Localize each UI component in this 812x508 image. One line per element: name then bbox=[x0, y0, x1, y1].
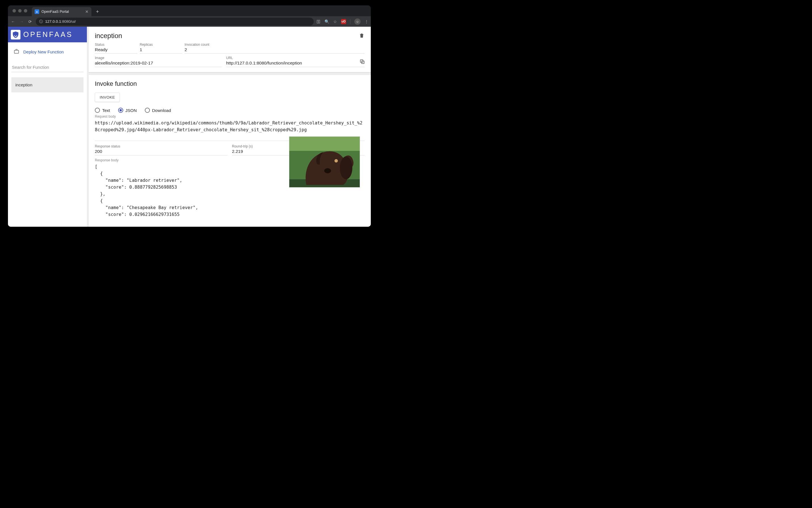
forward-button[interactable]: → bbox=[19, 19, 25, 24]
bookmark-star-icon[interactable]: ☆ bbox=[333, 19, 337, 24]
maximize-window-icon[interactable] bbox=[24, 9, 27, 12]
url-label: URL bbox=[226, 56, 365, 60]
image-label: Image bbox=[95, 56, 222, 60]
site-info-icon[interactable]: ⓘ bbox=[39, 19, 43, 24]
invoke-card: Invoke function INVOKE Text JSON bbox=[89, 75, 371, 227]
image-value: alexellis/inception:2019-02-17 bbox=[95, 60, 222, 66]
format-radio-group: Text JSON Download bbox=[95, 108, 365, 113]
kebab-menu-icon[interactable]: ⋮ bbox=[365, 19, 369, 24]
address-bar[interactable]: ⓘ 127.0.0.1:8080/ui/ bbox=[36, 17, 314, 26]
browser-tab[interactable]: ⎈ OpenFaaS Portal ✕ bbox=[32, 7, 91, 16]
search-input[interactable] bbox=[11, 62, 84, 72]
new-tab-button[interactable]: + bbox=[94, 9, 101, 15]
profile-avatar[interactable]: ☺ bbox=[354, 18, 361, 25]
radio-json-label: JSON bbox=[126, 108, 137, 113]
url-value: http://127.0.0.1:8080/function/inception bbox=[226, 60, 365, 66]
password-key-icon[interactable]: ⚿ bbox=[317, 19, 321, 24]
back-button[interactable]: ← bbox=[10, 19, 16, 24]
zoom-icon[interactable]: 🔍 bbox=[325, 19, 329, 24]
invoke-button[interactable]: INVOKE bbox=[95, 93, 120, 102]
function-list: inception bbox=[8, 75, 87, 95]
browser-window: ⎈ OpenFaaS Portal ✕ + ← → ⟳ ⓘ 127.0.0.1:… bbox=[8, 5, 371, 227]
copy-url-button[interactable] bbox=[360, 59, 365, 65]
status-label: Status bbox=[95, 43, 137, 47]
request-body-label: Request body bbox=[95, 115, 365, 119]
svg-rect-0 bbox=[14, 50, 19, 53]
function-details-card: inception Status Ready Replicas 1 bbox=[89, 27, 371, 72]
response-image-preview bbox=[289, 136, 360, 187]
extension-ublock-icon[interactable]: uO bbox=[341, 19, 346, 24]
svg-point-6 bbox=[340, 157, 352, 179]
radio-icon bbox=[118, 108, 123, 113]
response-status-value: 200 bbox=[95, 148, 227, 154]
main-content: inception Status Ready Replicas 1 bbox=[87, 27, 371, 227]
url-text: 127.0.0.1:8080/ui/ bbox=[45, 19, 76, 24]
function-item-inception[interactable]: inception bbox=[11, 77, 84, 92]
status-value: Ready bbox=[95, 47, 137, 52]
reload-button[interactable]: ⟳ bbox=[27, 19, 33, 24]
invocations-value: 2 bbox=[185, 47, 365, 52]
tab-title: OpenFaaS Portal bbox=[41, 10, 83, 14]
deploy-new-function-button[interactable]: Deploy New Function bbox=[8, 42, 87, 61]
close-window-icon[interactable] bbox=[12, 9, 16, 12]
tab-strip: ⎈ OpenFaaS Portal ✕ + bbox=[8, 5, 371, 16]
svg-point-7 bbox=[334, 159, 338, 163]
replicas-label: Replicas bbox=[140, 43, 182, 47]
toolbar-right: ⚿ 🔍 ☆ uO ☺ ⋮ bbox=[317, 18, 369, 25]
invoke-heading: Invoke function bbox=[95, 80, 365, 87]
radio-download-label: Download bbox=[152, 108, 171, 113]
invoke-button-label: INVOKE bbox=[100, 95, 115, 99]
invocations-label: Invocation count bbox=[185, 43, 365, 47]
openfaas-logo-icon bbox=[11, 30, 20, 40]
svg-rect-3 bbox=[289, 137, 360, 151]
favicon-icon: ⎈ bbox=[35, 9, 39, 14]
minimize-window-icon[interactable] bbox=[18, 9, 21, 12]
sidebar: OPENFAAS Deploy New Function inception bbox=[8, 27, 87, 227]
radio-download[interactable]: Download bbox=[145, 108, 171, 113]
app-viewport: OPENFAAS Deploy New Function inception bbox=[8, 27, 371, 227]
url-path: :8080/ui/ bbox=[61, 19, 76, 24]
separator bbox=[350, 19, 350, 24]
response-status-label: Response status bbox=[95, 144, 227, 148]
briefcase-icon bbox=[14, 49, 19, 55]
radio-json[interactable]: JSON bbox=[118, 108, 137, 113]
brand-name: OPENFAAS bbox=[23, 30, 73, 39]
svg-point-8 bbox=[324, 168, 331, 173]
function-item-label: inception bbox=[15, 82, 32, 87]
search-row bbox=[8, 61, 87, 75]
radio-icon bbox=[145, 108, 150, 113]
delete-function-button[interactable] bbox=[359, 32, 365, 40]
replicas-value: 1 bbox=[140, 47, 182, 52]
browser-toolbar: ← → ⟳ ⓘ 127.0.0.1:8080/ui/ ⚿ 🔍 ☆ uO ☺ ⋮ bbox=[8, 16, 371, 27]
url-host: 127.0.0.1 bbox=[45, 19, 61, 24]
radio-icon bbox=[95, 108, 100, 113]
radio-text[interactable]: Text bbox=[95, 108, 110, 113]
function-title: inception bbox=[95, 32, 122, 40]
brand-bar: OPENFAAS bbox=[8, 27, 87, 42]
radio-text-label: Text bbox=[102, 108, 110, 113]
close-tab-icon[interactable]: ✕ bbox=[85, 9, 89, 14]
deploy-label: Deploy New Function bbox=[23, 49, 64, 54]
window-controls bbox=[12, 9, 27, 12]
